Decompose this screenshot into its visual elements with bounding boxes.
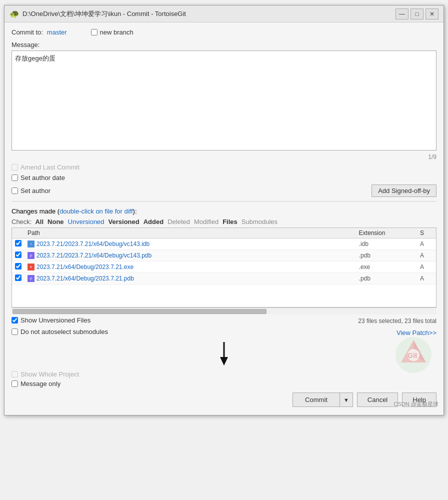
file-table: Path Extension S [12, 228, 436, 284]
minimize-button[interactable]: — [396, 8, 408, 20]
check-row: Check: All None Unversioned Versioned Ad… [12, 218, 436, 226]
message-textarea[interactable]: 存放gege的蛋 [12, 50, 436, 150]
do-not-autoselect-label[interactable]: Do not autoselect submodules [12, 328, 108, 336]
col-extension[interactable]: Extension [356, 228, 417, 238]
set-author-date-row: Set author date [12, 174, 436, 182]
show-unversioned-text: Show Unversioned Files [20, 316, 90, 324]
table-row[interactable]: i 2023.7.21/2023.7.21/x64/Debug/vc143.id… [12, 238, 436, 250]
file-checkbox-2[interactable] [15, 263, 22, 270]
file-icon-1: p [28, 252, 34, 259]
changes-header: Changes made (double-click on file for d… [12, 208, 436, 215]
arrow-svg [209, 340, 239, 370]
scrollbar-thumb[interactable] [12, 309, 266, 314]
message-section: Message: 存放gege的蛋 1/9 [12, 41, 436, 160]
help-button[interactable]: Help [402, 392, 436, 407]
commit-dropdown-button[interactable]: ▼ [340, 392, 353, 407]
show-unversioned-checkbox[interactable] [12, 317, 18, 324]
file-count-text: 23 files selected, 23 files total [358, 318, 436, 324]
set-author-row: Set author Add Signed-off-by [12, 184, 436, 197]
branch-name: master [47, 28, 67, 36]
file-checkbox-1[interactable] [15, 252, 22, 258]
arrow-annotation [12, 340, 436, 370]
bottom-left-options: Show Unversioned Files [12, 316, 90, 326]
check-deleted[interactable]: Deleted [166, 218, 192, 226]
file-ext-0: .idb [356, 238, 417, 250]
file-status-0: A [417, 238, 436, 250]
commit-to-row: Commit to: master new branch [12, 28, 436, 36]
check-added[interactable]: Added [142, 218, 165, 226]
new-branch-checkbox-label[interactable]: new branch [91, 28, 134, 36]
title-bar: 🐢 D:\OneDrive\文档\坤坤爱学习\ikun - Commit - T… [4, 6, 444, 22]
file-checkbox-0[interactable] [15, 240, 22, 246]
amend-label: Amend Last Commit [20, 164, 80, 171]
show-whole-project-label: Show Whole Project [12, 370, 79, 378]
table-header-row: Path Extension S [12, 228, 436, 238]
show-unversioned-label[interactable]: Show Unversioned Files [12, 316, 90, 324]
message-only-label[interactable]: Message only [12, 380, 436, 388]
message-label: Message: [12, 41, 436, 48]
footer-row: Commit ▼ Cancel Help [12, 388, 436, 409]
commit-btn-group: Commit ▼ [292, 392, 353, 407]
check-files[interactable]: Files [221, 218, 239, 226]
do-not-autoselect-area: Do not autoselect submodules [12, 328, 108, 336]
file-status-2: A [417, 262, 436, 273]
table-row[interactable]: p 2023.7.21/2023.7.21/x64/Debug/vc143.pd… [12, 250, 436, 262]
cancel-button[interactable]: Cancel [357, 392, 398, 407]
check-submodules[interactable]: Submodules [240, 218, 279, 226]
file-ext-2: .exe [356, 262, 417, 273]
check-none[interactable]: None [46, 218, 66, 226]
show-whole-project-text: Show Whole Project [20, 370, 79, 378]
title-bar-left: 🐢 D:\OneDrive\文档\坤坤爱学习\ikun - Commit - T… [10, 9, 186, 18]
close-button[interactable]: ✕ [426, 8, 438, 20]
set-author-date-label: Set author date [20, 174, 65, 182]
check-unversioned[interactable]: Unversioned [66, 218, 106, 226]
file-status-1: A [417, 250, 436, 262]
add-signedoff-button[interactable]: Add Signed-off-by [372, 184, 436, 197]
changes-link: double-click on file for diff [60, 208, 132, 215]
separator-1 [12, 201, 436, 202]
window-title: D:\OneDrive\文档\坤坤爱学习\ikun - Commit - Tor… [22, 10, 186, 18]
file-checkbox-3[interactable] [15, 274, 22, 281]
svg-marker-1 [220, 357, 228, 366]
changes-section: Changes made (double-click on file for d… [12, 208, 436, 336]
amend-row: Amend Last Commit [12, 164, 436, 171]
set-author-checkbox[interactable] [12, 188, 18, 194]
commit-to-label: Commit to: [12, 28, 43, 36]
table-row[interactable]: e 2023.7.21/x64/Debug/2023.7.21.exe .exe… [12, 262, 436, 273]
table-row[interactable]: p 2023.7.21/x64/Debug/2023.7.21.pdb .pdb… [12, 273, 436, 284]
file-table-container[interactable]: Path Extension S [12, 228, 436, 308]
horizontal-scrollbar[interactable] [12, 308, 436, 314]
file-stats: 23 files selected, 23 files total [358, 316, 436, 324]
show-whole-project-checkbox [12, 371, 18, 378]
new-branch-area: new branch [91, 28, 134, 36]
check-versioned[interactable]: Versioned [107, 218, 141, 226]
message-only-area: Message only [12, 380, 436, 388]
maximize-button[interactable]: □ [410, 8, 424, 20]
set-author-date-checkbox[interactable] [12, 174, 18, 181]
file-icon-0: i [28, 240, 34, 248]
col-status[interactable]: S [417, 228, 436, 238]
author-left: Set author date [12, 174, 65, 182]
col-path[interactable]: Path [24, 228, 356, 238]
amend-checkbox [12, 164, 18, 170]
commit-button[interactable]: Commit [292, 392, 340, 407]
file-icon-3: p [28, 275, 34, 282]
new-branch-checkbox[interactable] [91, 29, 98, 36]
do-not-autoselect-checkbox[interactable] [12, 328, 18, 335]
set-author-checkbox-label[interactable]: Set author [12, 187, 50, 194]
main-window: 🐢 D:\OneDrive\文档\坤坤爱学习\ikun - Commit - T… [4, 5, 444, 416]
main-content: Commit to: master new branch Message: 存放… [4, 22, 444, 415]
file-path-1: 2023.7.21/2023.7.21/x64/Debug/vc143.pdb [36, 252, 152, 259]
check-modified[interactable]: Modified [192, 218, 220, 226]
message-count: 1/9 [12, 154, 436, 160]
changes-header-text: Changes made ( [12, 208, 60, 215]
view-patch-link[interactable]: View Patch>> [396, 329, 436, 336]
set-author-label: Set author [20, 187, 50, 194]
col-check [12, 228, 24, 238]
set-author-date-checkbox-label[interactable]: Set author date [12, 174, 65, 182]
message-only-checkbox[interactable] [12, 380, 18, 387]
check-all[interactable]: All [34, 218, 45, 226]
do-not-autoselect-text: Do not autoselect submodules [20, 328, 108, 336]
file-path-0: 2023.7.21/2023.7.21/x64/Debug/vc143.idb [36, 240, 150, 248]
changes-header-end: ): [133, 208, 137, 215]
